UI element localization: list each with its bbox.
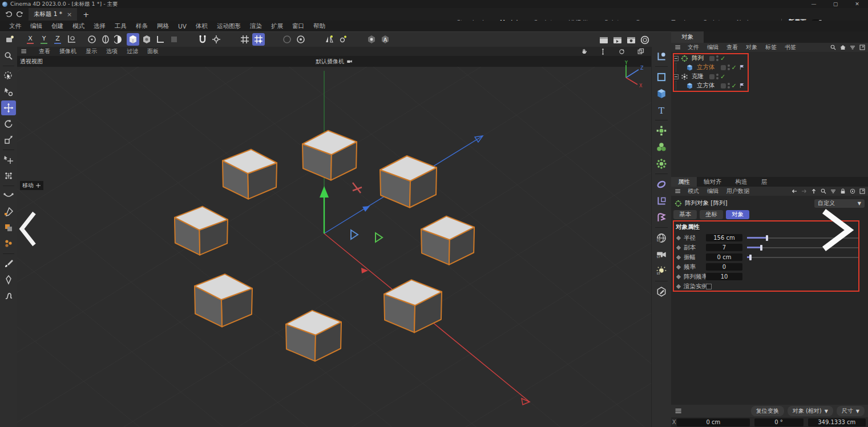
keyframe-diamond-icon[interactable]: [676, 245, 681, 249]
polygons-mode-icon[interactable]: [113, 33, 126, 46]
mograph-array-icon[interactable]: [653, 123, 669, 138]
minimize-button[interactable]: —: [803, 0, 825, 8]
expander-icon[interactable]: [673, 56, 679, 61]
rotation-h-field[interactable]: 0 °: [754, 418, 804, 426]
sketch-spline-icon[interactable]: [1, 288, 16, 303]
attr-tab-构造[interactable]: 构造: [729, 177, 754, 187]
search-icon[interactable]: [830, 44, 837, 51]
scale-tool-icon[interactable]: [1, 132, 16, 147]
axis-gizmo[interactable]: Y Z X: [615, 59, 647, 88]
filter-icon[interactable]: [830, 188, 837, 195]
visibility-dots[interactable]: [716, 74, 718, 79]
position-x-field[interactable]: 0 cm: [677, 418, 749, 426]
axis-move-icon[interactable]: [1, 152, 16, 167]
viewport-menu-摄像机[interactable]: 摄像机: [55, 47, 81, 55]
om-menu-标签[interactable]: 标签: [761, 43, 781, 51]
om-menu-文件[interactable]: 文件: [684, 43, 703, 51]
array-cube[interactable]: [175, 207, 228, 255]
viewport-menu-过滤[interactable]: 过滤: [122, 47, 143, 55]
auto-hex-icon[interactable]: A: [379, 33, 391, 46]
array-cube[interactable]: [302, 131, 357, 180]
axis-lock-x[interactable]: X: [24, 33, 37, 46]
orbit-icon[interactable]: [613, 48, 630, 55]
redo-icon[interactable]: [16, 10, 24, 18]
section-tab-对象[interactable]: 对象: [726, 210, 749, 219]
panel-menu-icon[interactable]: [671, 44, 684, 51]
property-value-field[interactable]: 7: [706, 244, 742, 251]
spline-pen-icon[interactable]: [1, 204, 16, 219]
tree-item-立方体[interactable]: 立方体✓: [671, 63, 868, 72]
space-dropdown[interactable]: 对象 (相对)▼: [788, 406, 833, 416]
phong-tag-icon[interactable]: [738, 82, 745, 89]
property-slider[interactable]: [747, 234, 859, 241]
sculpt-pen-icon[interactable]: [1, 272, 16, 287]
render-view-icon[interactable]: [597, 34, 610, 46]
om-menu-书签[interactable]: 书签: [781, 43, 800, 51]
menu-窗口[interactable]: 窗口: [288, 22, 309, 30]
menu-渲染[interactable]: 渲染: [245, 22, 267, 30]
array-cube[interactable]: [223, 150, 277, 199]
menu-扩展[interactable]: 扩展: [267, 22, 288, 30]
quantize-icon[interactable]: [239, 33, 251, 46]
enabled-check-icon[interactable]: ✓: [732, 82, 737, 90]
bend-deformer-icon[interactable]: [653, 210, 669, 225]
viewport-menu-查看[interactable]: 查看: [34, 47, 55, 55]
points-mode-icon[interactable]: [86, 33, 98, 46]
attr-menu-模式[interactable]: 模式: [684, 187, 703, 195]
dolly-icon[interactable]: [595, 48, 611, 55]
property-value-field[interactable]: 0: [706, 263, 742, 271]
viewport-menu-icon[interactable]: [17, 48, 30, 55]
om-menu-对象[interactable]: 对象: [742, 43, 761, 51]
object-name[interactable]: 克隆: [692, 72, 704, 80]
panel-menu-icon[interactable]: [671, 188, 684, 195]
mirror-icon[interactable]: [323, 33, 336, 46]
keyframe-diamond-icon[interactable]: [676, 235, 681, 240]
render-picture-icon[interactable]: [611, 34, 624, 46]
axis-locator-icon[interactable]: [653, 193, 669, 208]
attr-tab-属性[interactable]: 属性: [671, 177, 697, 187]
filter-icon[interactable]: [849, 44, 856, 51]
property-slider[interactable]: [747, 244, 859, 251]
size-x-field[interactable]: 349.1333 cm: [808, 418, 866, 426]
new-document-button[interactable]: +: [77, 10, 95, 19]
3d-scene[interactable]: [17, 56, 651, 427]
menu-体积[interactable]: 体积: [191, 22, 212, 30]
tree-item-立方体[interactable]: 立方体✓: [671, 81, 868, 90]
plane-object-icon[interactable]: [653, 69, 669, 84]
interactive-render-icon[interactable]: [639, 34, 651, 46]
menu-工具[interactable]: 工具: [110, 22, 131, 30]
keyframe-diamond-icon[interactable]: [676, 255, 681, 259]
attr-tab-层[interactable]: 层: [754, 177, 774, 187]
expander-icon[interactable]: [673, 74, 679, 79]
array-cube[interactable]: [421, 216, 474, 265]
arrow-left-icon[interactable]: [791, 188, 798, 195]
array-cube[interactable]: [286, 311, 341, 361]
menu-编辑[interactable]: 编辑: [26, 22, 47, 30]
attr-tab-轴对齐[interactable]: 轴对齐: [697, 177, 729, 187]
camera-object-icon[interactable]: ST: [653, 247, 669, 262]
property-value-field[interactable]: 0 cm: [706, 253, 742, 261]
property-slider[interactable]: [747, 253, 859, 261]
menu-创建[interactable]: 创建: [47, 22, 68, 30]
maximize-button[interactable]: ▢: [825, 0, 846, 8]
circle-dot-icon[interactable]: [294, 33, 307, 46]
disabled-circle-icon[interactable]: [281, 33, 293, 46]
workplane-mode-icon[interactable]: [168, 33, 180, 46]
menu-运动图形[interactable]: 运动图形: [212, 22, 245, 30]
edit-toggle[interactable]: [709, 56, 714, 61]
texture-mode-icon[interactable]: [140, 33, 153, 46]
brush-icon[interactable]: [1, 256, 16, 271]
reset-transform-button[interactable]: 复位变换: [751, 406, 784, 416]
size-dropdown[interactable]: 尺寸▼: [837, 406, 865, 416]
axis-lock-z[interactable]: Z: [51, 33, 64, 46]
enabled-check-icon[interactable]: ✓: [732, 64, 737, 71]
model-mode-icon[interactable]: [127, 33, 139, 46]
tree-item-阵列[interactable]: 阵列✓: [671, 54, 868, 63]
axis-mode-icon[interactable]: [154, 33, 167, 46]
array-cube[interactable]: [195, 274, 252, 327]
axis-lock-y[interactable]: Y: [38, 33, 50, 46]
spline-axis-icon[interactable]: [653, 49, 669, 64]
float-window-icon[interactable]: [859, 44, 866, 51]
quantize-active-icon[interactable]: [252, 33, 265, 46]
camera-title-bar[interactable]: 默认摄像机: [17, 56, 651, 67]
